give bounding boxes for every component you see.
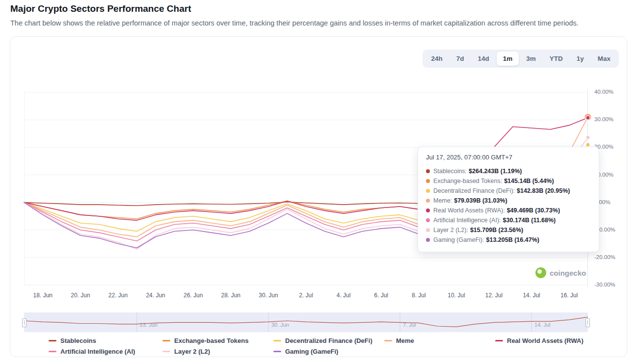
x-axis-label: 20. Jun	[65, 292, 96, 299]
navigator-mini-chart	[24, 312, 588, 332]
navigator-date-label: 23. Jun	[140, 322, 158, 328]
time-range-max-button[interactable]: Max	[591, 52, 617, 66]
tooltip-row: Meme:$79.039B (31.03%)	[426, 196, 591, 206]
legend-item-layer-2-l2[interactable]: Layer 2 (L2)	[162, 348, 273, 355]
tooltip-series-label: Layer 2 (L2):	[433, 225, 468, 235]
x-axis-label: 12. Jul	[478, 292, 510, 299]
x-axis-label: 26. Jun	[178, 292, 209, 299]
time-range-selector: 24h7d14d1m3mYTD1yMax	[423, 50, 619, 68]
y-axis-label: 20.00%	[594, 144, 629, 150]
navigator-line	[24, 317, 588, 327]
legend-color-dash-icon	[49, 351, 56, 352]
series-end-marker	[586, 143, 590, 147]
legend-color-dash-icon	[495, 340, 503, 341]
legend-color-dash-icon	[273, 340, 281, 341]
tooltip-series-label: Real World Assets (RWA):	[433, 206, 505, 215]
tooltip-series-value: $142.83B (20.95%)	[517, 186, 570, 196]
series-color-dot-icon	[426, 199, 430, 203]
x-axis-label: 4. Jul	[328, 292, 359, 299]
y-axis-label: 10.00%	[594, 172, 629, 178]
time-range-ytd-button[interactable]: YTD	[543, 52, 569, 66]
time-range-3m-button[interactable]: 3m	[520, 52, 542, 66]
coingecko-watermark-label: coingecko	[550, 269, 586, 277]
x-axis-label: 14. Jul	[516, 292, 547, 299]
legend-color-dash-icon	[162, 340, 170, 341]
legend-label: Stablecoins	[60, 337, 96, 344]
legend-item-exchange-based-tokens[interactable]: Exchange-based Tokens	[162, 337, 273, 344]
tooltip-series-label: Meme:	[433, 196, 452, 206]
x-axis-label: 2. Jul	[291, 292, 322, 299]
series-color-dot-icon	[426, 169, 430, 173]
navigator-right-handle[interactable]	[585, 318, 590, 327]
legend-item-meme[interactable]: Meme	[384, 337, 495, 344]
page-title: Major Crypto Sectors Performance Chart	[10, 3, 191, 14]
chart-legend: StablecoinsExchange-based TokensDecentra…	[49, 337, 584, 355]
page-subtitle: The chart below shows the relative perfo…	[10, 19, 579, 27]
time-range-14d-button[interactable]: 14d	[471, 52, 495, 66]
tooltip-series-value: $264.243B (1.19%)	[469, 166, 522, 176]
tooltip-series-value: $49.469B (30.73%)	[507, 206, 560, 215]
legend-item-real-world-assets-rwa[interactable]: Real World Assets (RWA)	[495, 337, 584, 344]
legend-label: Real World Assets (RWA)	[507, 337, 584, 344]
legend-label: Artificial Intelligence (AI)	[60, 348, 135, 355]
x-axis-label: 18. Jun	[27, 292, 58, 299]
legend-label: Decentralized Finance (DeFi)	[285, 337, 372, 344]
time-range-7d-button[interactable]: 7d	[450, 52, 471, 66]
tooltip-row: Exchange-based Tokens:$145.14B (5.44%)	[426, 176, 591, 186]
legend-label: Meme	[396, 337, 414, 344]
tooltip-series-label: Stablecoins:	[433, 166, 467, 176]
y-axis-label: -10.00%	[594, 227, 629, 233]
legend-label: Layer 2 (L2)	[174, 348, 210, 355]
chart-tooltip: Jul 17, 2025, 07:00:00 GMT+7 Stablecoins…	[418, 147, 599, 252]
legend-color-dash-icon	[273, 351, 281, 352]
x-axis-label: 28. Jun	[215, 292, 246, 299]
series-color-dot-icon	[426, 179, 430, 183]
legend-item-decentralized-finance-defi[interactable]: Decentralized Finance (DeFi)	[273, 337, 384, 344]
x-axis-label: 6. Jul	[366, 292, 397, 299]
x-axis-label: 24. Jun	[140, 292, 171, 299]
navigator-date-label: 30. Jun	[271, 322, 289, 328]
tooltip-row: Real World Assets (RWA):$49.469B (30.73%…	[426, 206, 591, 215]
x-axis-label: 10. Jul	[441, 292, 472, 299]
time-range-1m-button[interactable]: 1m	[497, 52, 519, 66]
legend-color-dash-icon	[162, 351, 170, 352]
series-end-marker	[586, 135, 590, 139]
y-axis-label: 30.00%	[594, 116, 629, 122]
legend-item-gaming-gamefi[interactable]: Gaming (GameFi)	[273, 348, 384, 355]
time-range-24h-button[interactable]: 24h	[425, 52, 449, 66]
navigator-left-handle[interactable]	[22, 318, 27, 327]
tooltip-timestamp: Jul 17, 2025, 07:00:00 GMT+7	[426, 154, 591, 161]
x-axis-label: 22. Jun	[103, 292, 134, 299]
legend-item-artificial-intelligence-ai[interactable]: Artificial Intelligence (AI)	[49, 348, 162, 355]
series-color-dot-icon	[426, 189, 430, 193]
legend-color-dash-icon	[49, 340, 56, 341]
navigator-date-label: 14. Jul	[534, 322, 550, 328]
tooltip-series-value: $13.205B (16.47%)	[486, 235, 539, 245]
y-axis-label: 40.00%	[594, 89, 629, 95]
legend-label: Exchange-based Tokens	[174, 337, 248, 344]
x-axis-label: 8. Jul	[403, 292, 434, 299]
y-axis-label: -20.00%	[594, 254, 629, 260]
chart-card: 24h7d14d1m3mYTD1yMax 40.00%30.00%20.00%1…	[10, 36, 627, 357]
legend-label: Gaming (GameFi)	[285, 348, 338, 355]
tooltip-series-label: Gaming (GameFi):	[433, 235, 484, 245]
page: Major Crypto Sectors Performance Chart T…	[0, 0, 637, 364]
series-color-dot-icon	[426, 228, 430, 232]
tooltip-series-value: $79.039B (31.03%)	[454, 196, 507, 206]
legend-color-dash-icon	[384, 340, 392, 341]
coingecko-watermark[interactable]: coingecko	[535, 267, 586, 278]
series-end-marker	[586, 116, 590, 120]
tooltip-series-label: Exchange-based Tokens:	[433, 176, 502, 186]
time-range-1y-button[interactable]: 1y	[570, 52, 590, 66]
y-axis-label: -30.00%	[594, 282, 629, 287]
tooltip-row: Decentralized Finance (DeFi):$142.83B (2…	[426, 186, 591, 196]
tooltip-row: Artificial Intelligence (AI):$30.174B (1…	[426, 215, 591, 225]
tooltip-series-label: Decentralized Finance (DeFi):	[433, 186, 515, 196]
tooltip-series-value: $30.174B (11.68%)	[503, 215, 556, 225]
legend-item-stablecoins[interactable]: Stablecoins	[49, 337, 162, 344]
chart-range-navigator[interactable]: 23. Jun30. Jun7. Jul14. Jul	[24, 312, 588, 332]
tooltip-row: Stablecoins:$264.243B (1.19%)	[426, 166, 591, 176]
tooltip-row: Layer 2 (L2):$15.709B (23.56%)	[426, 225, 591, 235]
x-axis-label: 30. Jun	[253, 292, 284, 299]
series-color-dot-icon	[426, 238, 430, 242]
